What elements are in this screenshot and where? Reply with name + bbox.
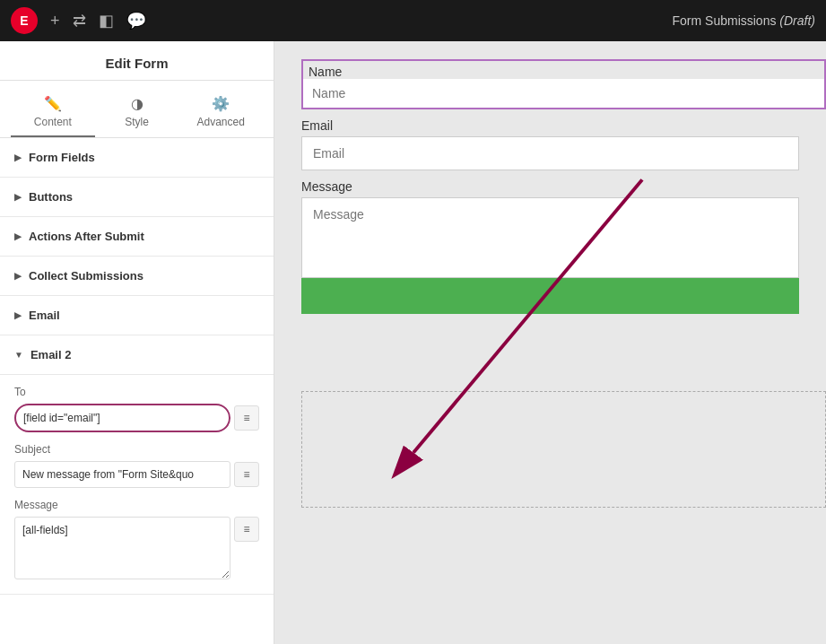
chevron-down-icon: ▼ bbox=[14, 350, 23, 360]
message-field-group-preview: Message bbox=[301, 179, 826, 278]
chevron-right-icon-4: ▶ bbox=[14, 271, 22, 281]
accordion-collect: ▶ Collect Submissions bbox=[0, 257, 274, 296]
subject-input-row: ≡ bbox=[14, 461, 259, 488]
name-field-label: Name bbox=[303, 61, 824, 79]
email-field-label: Email bbox=[301, 118, 826, 133]
email-label: Email bbox=[29, 309, 60, 322]
message-textarea-row: [all-fields] ≡ bbox=[14, 517, 259, 579]
form-preview: Name Email Message bbox=[301, 59, 826, 332]
accordion-actions: ▶ Actions After Submit bbox=[0, 217, 274, 257]
buttons-label: Buttons bbox=[29, 190, 73, 204]
name-field-wrapper: Name bbox=[301, 59, 826, 109]
accordion-collect-header[interactable]: ▶ Collect Submissions bbox=[0, 257, 274, 295]
email-field-group: Email bbox=[301, 118, 826, 170]
message-textarea[interactable]: [all-fields] bbox=[14, 517, 230, 579]
page-title: Form Submissions (Draft) bbox=[673, 13, 815, 28]
sidebar-tabs: ✏️ Content ◑ Style ⚙️ Advanced bbox=[0, 81, 274, 138]
accordion-buttons: ▶ Buttons bbox=[0, 178, 274, 217]
to-dynamic-icon[interactable]: ≡ bbox=[234, 405, 259, 431]
content-area: Name Email Message bbox=[274, 41, 826, 644]
submit-button[interactable] bbox=[301, 278, 799, 314]
form-fields-label: Form Fields bbox=[29, 151, 95, 164]
topbar: E + ⇄ ◧ 💬 Form Submissions (Draft) bbox=[0, 0, 826, 41]
accordion-form-fields-header[interactable]: ▶ Form Fields bbox=[0, 138, 274, 177]
layers-icon[interactable]: ◧ bbox=[99, 11, 114, 30]
to-field-group: To ≡ bbox=[14, 386, 259, 432]
style-tab-icon: ◑ bbox=[131, 95, 143, 112]
email-input[interactable] bbox=[301, 136, 799, 170]
tab-content[interactable]: ✏️ Content bbox=[11, 88, 95, 137]
accordion-form-fields: ▶ Form Fields bbox=[0, 138, 274, 178]
add-icon[interactable]: + bbox=[50, 12, 60, 30]
message-field-label: Message bbox=[301, 179, 826, 194]
message-dynamic-icon[interactable]: ≡ bbox=[234, 517, 259, 542]
subject-field-group: Subject ≡ bbox=[14, 443, 259, 488]
email2-content: To ≡ Subject ≡ bbox=[0, 386, 274, 594]
email2-label: Email 2 bbox=[30, 348, 72, 361]
message-field-group: Message [all-fields] ≡ bbox=[14, 499, 259, 579]
placeholder-box bbox=[301, 391, 826, 508]
tab-advanced[interactable]: ⚙️ Advanced bbox=[178, 88, 263, 137]
elementor-logo[interactable]: E bbox=[11, 7, 38, 34]
tab-advanced-label: Advanced bbox=[196, 116, 244, 128]
to-label: To bbox=[14, 386, 259, 398]
tab-style-label: Style bbox=[125, 116, 149, 128]
subject-label: Subject bbox=[14, 443, 259, 456]
accordion-email2: ▼ Email 2 To ≡ Subject bbox=[0, 335, 274, 595]
to-input-row: ≡ bbox=[14, 404, 259, 432]
sidebar-scroll: ▶ Form Fields ▶ Buttons ▶ Actions After … bbox=[0, 138, 274, 644]
collect-label: Collect Submissions bbox=[29, 269, 143, 283]
subject-input[interactable] bbox=[14, 461, 230, 488]
accordion-buttons-header[interactable]: ▶ Buttons bbox=[0, 178, 274, 216]
advanced-tab-icon: ⚙️ bbox=[212, 95, 230, 112]
chevron-right-icon-2: ▶ bbox=[14, 192, 22, 202]
message-label: Message bbox=[14, 499, 259, 511]
accordion-email-header[interactable]: ▶ Email bbox=[0, 296, 274, 335]
chevron-right-icon-5: ▶ bbox=[14, 310, 22, 320]
chat-icon[interactable]: 💬 bbox=[126, 11, 146, 30]
accordion-actions-header[interactable]: ▶ Actions After Submit bbox=[0, 217, 274, 256]
name-input[interactable] bbox=[303, 79, 824, 108]
tab-style[interactable]: ◑ Style bbox=[95, 88, 179, 137]
sidebar-title: Edit Form bbox=[0, 41, 274, 81]
settings-icon[interactable]: ⇄ bbox=[73, 11, 86, 30]
email2-header[interactable]: ▼ Email 2 bbox=[0, 335, 274, 375]
tab-content-label: Content bbox=[34, 116, 72, 128]
chevron-right-icon-3: ▶ bbox=[14, 231, 22, 241]
content-tab-icon: ✏️ bbox=[44, 95, 62, 112]
chevron-right-icon: ▶ bbox=[14, 152, 22, 162]
to-input[interactable] bbox=[14, 404, 230, 432]
accordion-email: ▶ Email bbox=[0, 296, 274, 335]
subject-dynamic-icon[interactable]: ≡ bbox=[234, 462, 259, 487]
actions-label: Actions After Submit bbox=[29, 230, 144, 243]
message-textarea-preview[interactable] bbox=[301, 197, 799, 278]
main-layout: Edit Form ✏️ Content ◑ Style ⚙️ Advanced… bbox=[0, 41, 826, 644]
sidebar: Edit Form ✏️ Content ◑ Style ⚙️ Advanced… bbox=[0, 41, 274, 644]
